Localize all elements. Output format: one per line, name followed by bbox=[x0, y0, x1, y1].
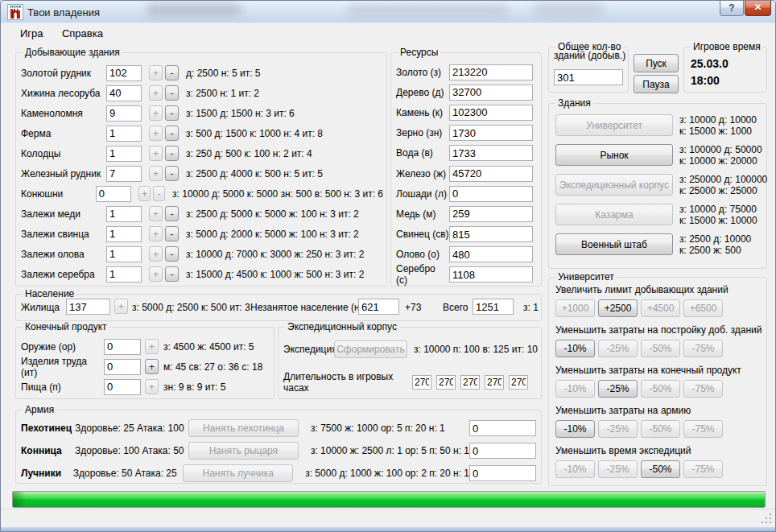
upgrade-button[interactable]: -50% bbox=[641, 340, 680, 357]
unit-count-input[interactable] bbox=[469, 465, 536, 481]
increment-button[interactable]: + bbox=[149, 126, 163, 141]
decrement-button[interactable]: - bbox=[165, 105, 179, 121]
construct-building-button[interactable]: Университет bbox=[555, 114, 673, 136]
upgrade-button[interactable]: -10% bbox=[555, 460, 595, 478]
resource-amount-input[interactable] bbox=[449, 266, 533, 282]
produce-button[interactable]: + bbox=[145, 359, 159, 374]
construct-building-button[interactable]: Военный штаб bbox=[555, 233, 673, 255]
resource-amount-input[interactable] bbox=[449, 85, 533, 101]
building-count-input[interactable] bbox=[106, 266, 142, 282]
increment-button[interactable]: + bbox=[149, 105, 163, 121]
increment-button[interactable]: + bbox=[149, 206, 163, 221]
close-button[interactable]: ✕ bbox=[745, 1, 771, 16]
total-buildings-input[interactable] bbox=[554, 69, 623, 85]
building-count-input[interactable] bbox=[106, 206, 142, 222]
building-count-input[interactable] bbox=[106, 105, 142, 122]
upgrade-button[interactable]: -25% bbox=[598, 380, 638, 398]
upgrade-button[interactable]: +6500 bbox=[683, 299, 723, 317]
upgrade-button[interactable]: -50% bbox=[641, 380, 680, 398]
resize-grip[interactable] bbox=[762, 513, 773, 525]
decrement-button[interactable]: - bbox=[165, 85, 179, 101]
upgrade-button[interactable]: -10% bbox=[555, 380, 595, 398]
upgrade-button[interactable]: -25% bbox=[598, 420, 638, 438]
upgrade-button[interactable]: +2500 bbox=[598, 299, 638, 317]
pause-button[interactable]: Пауза bbox=[634, 75, 679, 93]
resource-amount-input[interactable] bbox=[449, 166, 533, 182]
increment-button[interactable]: + bbox=[149, 85, 163, 101]
hire-unit-button[interactable]: Нанять рыцаря bbox=[188, 442, 299, 460]
upgrade-button[interactable]: -75% bbox=[683, 380, 723, 398]
total-population-input[interactable] bbox=[473, 299, 514, 315]
upgrade-button[interactable]: +1000 bbox=[555, 299, 595, 317]
housing-increment-button[interactable]: + bbox=[114, 299, 128, 314]
increment-button[interactable]: + bbox=[149, 65, 163, 80]
duration-input[interactable] bbox=[460, 375, 480, 390]
building-count-input[interactable] bbox=[106, 65, 142, 81]
upgrade-button[interactable]: -75% bbox=[683, 340, 723, 357]
decrement-button[interactable]: - bbox=[165, 166, 179, 181]
duration-input[interactable] bbox=[436, 375, 456, 390]
product-count-input[interactable] bbox=[104, 359, 141, 375]
upgrade-button[interactable]: -50% bbox=[641, 420, 680, 438]
building-count-input[interactable] bbox=[106, 146, 142, 162]
resource-amount-input[interactable] bbox=[449, 125, 533, 141]
building-count-input[interactable] bbox=[96, 186, 131, 202]
produce-button[interactable]: + bbox=[145, 339, 159, 354]
increment-button[interactable]: + bbox=[149, 146, 163, 161]
start-button[interactable]: Пуск bbox=[634, 54, 679, 72]
help-button[interactable]: ? bbox=[720, 1, 744, 16]
decrement-button[interactable]: - bbox=[165, 246, 179, 262]
duration-input[interactable] bbox=[485, 375, 504, 390]
increment-button[interactable]: + bbox=[149, 166, 163, 181]
resource-amount-input[interactable] bbox=[449, 105, 533, 121]
building-count-input[interactable] bbox=[106, 226, 142, 242]
decrement-button[interactable]: - bbox=[165, 206, 179, 221]
resource-amount-input[interactable] bbox=[449, 145, 533, 161]
increment-button[interactable]: + bbox=[138, 186, 151, 201]
upgrade-button[interactable]: -75% bbox=[683, 420, 723, 438]
increment-button[interactable]: + bbox=[149, 226, 163, 241]
unemployed-count-input[interactable] bbox=[358, 299, 399, 315]
decrement-button[interactable]: - bbox=[153, 186, 165, 201]
housing-count-input[interactable] bbox=[66, 299, 110, 315]
menu-item-game[interactable]: Игра bbox=[12, 23, 52, 43]
increment-button[interactable]: + bbox=[149, 266, 163, 282]
upgrade-button[interactable]: -10% bbox=[555, 340, 595, 357]
product-count-input[interactable] bbox=[104, 339, 141, 355]
duration-input[interactable] bbox=[412, 375, 431, 390]
building-count-input[interactable] bbox=[106, 85, 142, 101]
increment-button[interactable]: + bbox=[149, 246, 163, 262]
building-count-input[interactable] bbox=[106, 166, 142, 182]
decrement-button[interactable]: - bbox=[165, 65, 179, 80]
resource-amount-input[interactable] bbox=[449, 246, 533, 262]
upgrade-button[interactable]: -10% bbox=[555, 420, 595, 438]
produce-button[interactable]: + bbox=[145, 379, 159, 394]
building-count-input[interactable] bbox=[106, 126, 142, 142]
title-bar[interactable]: Твои владения ? ✕ bbox=[1, 1, 775, 23]
unit-count-input[interactable] bbox=[469, 420, 536, 436]
upgrade-button[interactable]: -50% bbox=[641, 460, 680, 478]
construct-building-button[interactable]: Рынок bbox=[555, 144, 673, 166]
hire-unit-button[interactable]: Нанять лучника bbox=[183, 464, 293, 482]
form-expedition-button[interactable]: Сформировать bbox=[334, 340, 407, 358]
decrement-button[interactable]: - bbox=[165, 146, 179, 161]
decrement-button[interactable]: - bbox=[165, 266, 179, 282]
menu-item-help[interactable]: Справка bbox=[54, 23, 111, 43]
resource-amount-input[interactable] bbox=[449, 64, 533, 80]
upgrade-button[interactable]: -25% bbox=[598, 340, 638, 357]
hire-unit-button[interactable]: Нанять пехотинца bbox=[188, 419, 299, 437]
duration-input[interactable] bbox=[509, 375, 528, 390]
upgrade-button[interactable]: +4500 bbox=[641, 299, 680, 317]
decrement-button[interactable]: - bbox=[165, 126, 179, 141]
resource-amount-input[interactable] bbox=[449, 206, 533, 222]
resource-amount-input[interactable] bbox=[449, 186, 533, 202]
building-count-input[interactable] bbox=[106, 246, 142, 262]
construct-building-button[interactable]: Казарма bbox=[555, 204, 673, 225]
upgrade-button[interactable]: -75% bbox=[683, 460, 723, 478]
decrement-button[interactable]: - bbox=[165, 226, 179, 241]
construct-building-button[interactable]: Экспедиционный корпус bbox=[555, 174, 673, 196]
upgrade-button[interactable]: -25% bbox=[598, 460, 638, 478]
product-count-input[interactable] bbox=[104, 379, 141, 395]
resource-amount-input[interactable] bbox=[449, 226, 533, 242]
unit-count-input[interactable] bbox=[469, 443, 536, 459]
